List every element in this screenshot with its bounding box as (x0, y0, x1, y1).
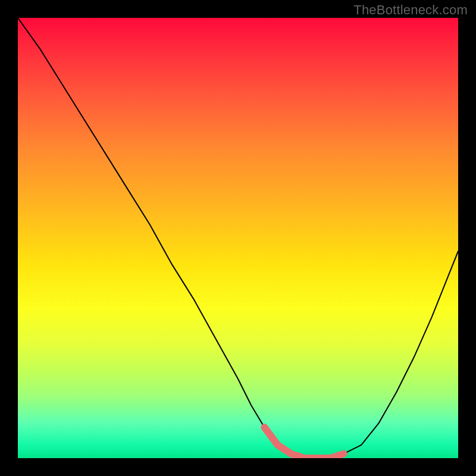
chart-frame: TheBottleneck.com (0, 0, 476, 476)
watermark-text: TheBottleneck.com (353, 2, 468, 18)
highlight-path (264, 427, 343, 458)
plot-area (18, 18, 458, 458)
curve-path (18, 18, 458, 458)
bottleneck-curve (18, 18, 458, 458)
